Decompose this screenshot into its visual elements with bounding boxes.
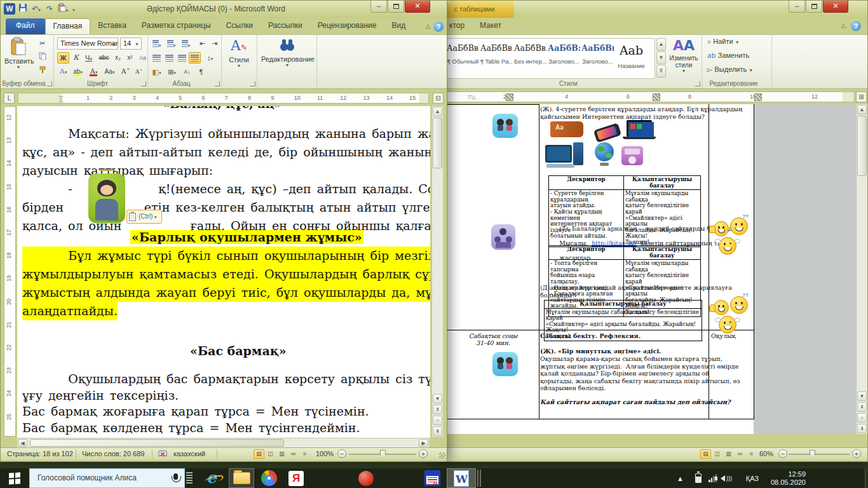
reading-view-button[interactable]: ◫ bbox=[265, 449, 276, 459]
taskbar-chrome[interactable] bbox=[256, 468, 281, 488]
zoom-in-button[interactable]: + bbox=[419, 449, 428, 458]
word-window-active[interactable]: W ↶▾ ↷ ▾ ▾ Әдістер ҚОЙМАСЫ (0) - Microso… bbox=[0, 0, 447, 462]
scroll-up-icon[interactable]: ▲ bbox=[857, 105, 867, 114]
right-vertical-scrollbar[interactable]: ▲ ▼ ⇞ ○ ⇟ bbox=[856, 104, 867, 434]
qat-more-icon[interactable]: ▾ bbox=[71, 3, 77, 15]
page-indicator[interactable]: Страница: 18 из 102 bbox=[7, 450, 73, 458]
resize-grip[interactable] bbox=[439, 452, 445, 459]
left-horizontal-ruler[interactable]: 12345678910111213141516 ▽ △ bbox=[18, 93, 429, 104]
table-column-marker-icon[interactable] bbox=[506, 93, 513, 101]
tab-selector[interactable]: L bbox=[4, 93, 15, 104]
decrease-indent-button[interactable]: ⇤ bbox=[196, 37, 208, 49]
taskbar-ie[interactable]: e bbox=[202, 468, 227, 488]
print-layout-view-button[interactable]: ▤ bbox=[254, 449, 264, 459]
left-vertical-scrollbar[interactable]: ▲ ▼ ⇞ ○ ⇟ bbox=[431, 106, 443, 437]
change-case-button[interactable]: Аа▾ bbox=[104, 66, 116, 78]
left-zoom-level[interactable]: 100% bbox=[316, 450, 334, 458]
scroll-right-icon[interactable]: ▶ bbox=[419, 439, 428, 447]
browse-object-icon[interactable]: ○ bbox=[433, 416, 442, 425]
language-indicator[interactable]: казахский bbox=[173, 450, 205, 458]
tray-expand-icon[interactable]: ▲ bbox=[677, 468, 684, 488]
clipboard-dialog-launcher[interactable] bbox=[47, 81, 52, 86]
next-page-icon[interactable]: ⇟ bbox=[433, 426, 442, 436]
tab-review[interactable]: Рецензирование bbox=[310, 18, 384, 34]
taskbar-word[interactable]: W bbox=[447, 468, 476, 488]
right-zoom-level[interactable]: 60% bbox=[759, 450, 773, 458]
styles-button[interactable]: A✎ Стили▼ bbox=[224, 37, 254, 68]
start-button[interactable] bbox=[0, 468, 29, 488]
replace-button[interactable]: ab Заменить bbox=[707, 51, 749, 60]
paste-qat-icon[interactable]: ▾ bbox=[57, 3, 69, 15]
taskbar-yandex[interactable]: Я bbox=[283, 468, 309, 488]
outline-view-button[interactable]: ≔ bbox=[735, 449, 745, 459]
left-collapse-ribbon-icon[interactable]: △ bbox=[426, 23, 430, 29]
language-indicator-tray[interactable]: ҚАЗ bbox=[746, 468, 759, 488]
shading-button[interactable]: ◧▾ bbox=[151, 66, 163, 78]
styles-dialog-launcher[interactable] bbox=[695, 81, 700, 86]
zoom-out-button[interactable]: − bbox=[778, 449, 787, 458]
paste-button[interactable]: Вставить▼ bbox=[4, 37, 32, 69]
redo-icon[interactable]: ↷ bbox=[44, 3, 55, 15]
tab-references[interactable]: Ссылки bbox=[219, 18, 261, 34]
tab-mailings[interactable]: Рассылки bbox=[261, 18, 310, 34]
justify-button[interactable] bbox=[189, 52, 201, 64]
left-ruler-toggle[interactable]: ⊟ bbox=[433, 93, 444, 104]
previous-page-icon[interactable]: ⇞ bbox=[433, 405, 442, 414]
right-horizontal-ruler[interactable]: 246810121416 ▽△ bbox=[434, 92, 855, 102]
find-button[interactable]: ⌕ Найти ▼ bbox=[707, 37, 740, 46]
right-document-area[interactable]: (Ж). 4-суретте берілген құралдарды атаңд… bbox=[433, 104, 867, 434]
collapse-ribbon-icon[interactable]: △ bbox=[841, 22, 846, 29]
word-count[interactable]: Число слов: 20 689 bbox=[82, 450, 144, 458]
grow-font-button[interactable]: А˄ bbox=[119, 66, 132, 78]
left-indent-marker-icon[interactable]: △ bbox=[59, 97, 63, 103]
align-center-button[interactable] bbox=[163, 52, 175, 64]
strikethrough-button[interactable]: abc bbox=[98, 52, 110, 64]
tab-view[interactable]: Вид bbox=[384, 18, 413, 34]
taskbar-search-input[interactable]: Голосовой помощник Алиса bbox=[29, 468, 185, 488]
browse-object-icon[interactable]: ○ bbox=[857, 413, 867, 423]
clock[interactable]: 12:59 08.05.2020 bbox=[771, 468, 806, 488]
taskbar-floppy-app[interactable]: 64 bbox=[419, 468, 445, 488]
font-name-combo[interactable]: Times New Roman▼ bbox=[57, 37, 118, 50]
outline-view-button[interactable]: ≔ bbox=[288, 449, 299, 459]
text-effects-button[interactable]: A▾ bbox=[57, 66, 69, 78]
tab-insert[interactable]: Вставка bbox=[90, 18, 134, 34]
right-zoom-slider[interactable] bbox=[810, 450, 815, 458]
right-ruler-toggle[interactable]: ⊞ bbox=[856, 92, 867, 102]
draft-view-button[interactable]: ≡ bbox=[746, 449, 757, 459]
pasted-avatar-image[interactable] bbox=[88, 173, 125, 223]
clear-formatting-icon[interactable]: Aa bbox=[137, 52, 149, 64]
undo-icon[interactable]: ↶▾ bbox=[31, 3, 42, 15]
numbering-button[interactable]: ▾ bbox=[165, 37, 177, 49]
align-left-button[interactable] bbox=[151, 52, 163, 64]
left-horizontal-scrollbar[interactable]: ◀ ▶ bbox=[17, 438, 429, 447]
scroll-down-icon[interactable]: ▼ bbox=[857, 391, 867, 401]
spellcheck-icon[interactable] bbox=[158, 450, 168, 459]
italic-button[interactable]: К bbox=[70, 52, 82, 64]
word-window-background[interactable]: с таблицами – ✕ ктор Макет △ ? АаБбВвГ ¶… bbox=[432, 0, 868, 462]
multilevel-list-button[interactable]: ▾ bbox=[180, 37, 192, 49]
scroll-left-icon[interactable]: ◀ bbox=[18, 439, 27, 447]
paragraph-dialog-launcher[interactable] bbox=[215, 81, 220, 86]
left-maximize-button[interactable] bbox=[388, 1, 404, 13]
taskbar-explorer[interactable] bbox=[229, 468, 254, 488]
minimize-button[interactable]: – bbox=[789, 1, 805, 13]
underline-button[interactable]: Ч▾ bbox=[83, 52, 95, 64]
volume-icon[interactable]: ))) bbox=[717, 468, 732, 488]
show-desktop-button[interactable] bbox=[865, 468, 868, 488]
close-button[interactable]: ✕ bbox=[823, 1, 848, 13]
scroll-down-icon[interactable]: ▼ bbox=[433, 394, 442, 403]
table-column-marker-icon[interactable] bbox=[653, 93, 660, 101]
left-vertical-ruler[interactable]: 1213141516171819202122232425 bbox=[4, 106, 16, 437]
scroll-up-icon[interactable]: ▲ bbox=[433, 107, 442, 116]
format-painter-icon[interactable] bbox=[36, 65, 48, 77]
paste-options-button[interactable]: (Ctrl) ▾ bbox=[126, 210, 162, 224]
font-size-combo[interactable]: 14▼ bbox=[120, 37, 142, 50]
sort-button[interactable]: А↓ bbox=[181, 66, 193, 78]
subscript-button[interactable]: x₂ bbox=[112, 52, 124, 64]
cut-icon[interactable]: ✂ bbox=[36, 37, 48, 49]
borders-button[interactable]: ⊞▾ bbox=[166, 66, 178, 78]
increase-indent-button[interactable]: ⇥ bbox=[208, 37, 220, 49]
table-column-marker-icon[interactable] bbox=[754, 93, 762, 101]
web-view-button[interactable]: ▥ bbox=[276, 449, 287, 459]
